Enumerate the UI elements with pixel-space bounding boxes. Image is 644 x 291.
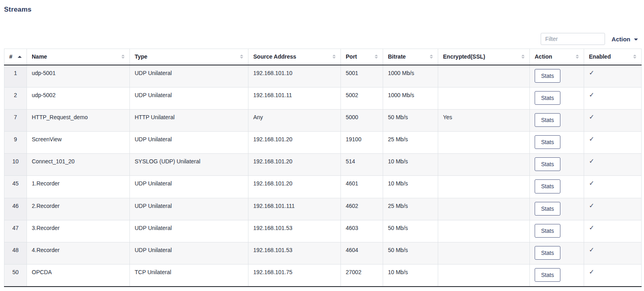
check-icon: ✓	[589, 114, 594, 120]
stats-button[interactable]: Stats	[535, 91, 560, 105]
sort-icon	[576, 55, 579, 59]
stats-button[interactable]: Stats	[535, 157, 560, 171]
stats-button[interactable]: Stats	[535, 69, 560, 83]
column-header-inner: Action	[535, 53, 579, 60]
column-header-inner: Encrypted(SSL)	[443, 53, 525, 60]
table-row: 484.RecorderUDP Unilateral192.168.101.53…	[4, 242, 642, 265]
cell-name: udp-5001	[27, 65, 130, 88]
check-icon: ✓	[589, 246, 594, 253]
sort-icon	[430, 55, 433, 59]
cell-enabled: ✓	[584, 265, 642, 287]
sort-icon	[332, 55, 336, 59]
cell-bitrate: 10 Mb/s	[383, 176, 438, 198]
sort-up-arrow	[633, 55, 636, 56]
cell-name: HTTP_Request_demo	[27, 109, 130, 131]
cell-type: HTTP Unilateral	[130, 109, 248, 131]
column-header-label: #	[9, 53, 12, 60]
stats-button[interactable]: Stats	[535, 135, 560, 149]
table-panel: Action #NameTypeSource AddressPortBitrat…	[4, 33, 641, 287]
cell-name: 4.Recorder	[27, 242, 130, 265]
filter-input[interactable]	[541, 33, 605, 45]
cell-type: UDP Unilateral	[130, 220, 248, 242]
column-header-port[interactable]: Port	[341, 49, 383, 65]
streams-table: #NameTypeSource AddressPortBitrateEncryp…	[4, 49, 642, 287]
sort-down-arrow	[633, 57, 636, 59]
sort-down-arrow	[375, 57, 378, 59]
column-header-source[interactable]: Source Address	[248, 49, 341, 65]
table-row: 9ScreenViewUDP Unilateral192.168.101.201…	[4, 132, 642, 154]
cell-enabled: ✓	[584, 154, 642, 176]
table-row: 473.RecorderUDP Unilateral192.168.101.53…	[4, 220, 642, 242]
cell-source: 192.168.101.20	[248, 154, 341, 176]
cell-enabled: ✓	[584, 242, 642, 265]
column-header-action[interactable]: Action	[530, 49, 584, 65]
check-icon: ✓	[589, 69, 594, 76]
column-header-inner: Bitrate	[388, 53, 433, 60]
stats-button[interactable]: Stats	[535, 224, 560, 238]
table-body: 1udp-5001UDP Unilateral192.168.101.10500…	[4, 65, 642, 287]
cell-encrypted	[438, 65, 530, 88]
sort-up-arrow	[240, 55, 243, 56]
stats-button[interactable]: Stats	[535, 179, 560, 193]
check-icon: ✓	[589, 202, 594, 209]
column-header-label: Encrypted(SSL)	[443, 53, 485, 60]
cell-encrypted	[438, 176, 530, 198]
row-number-cell: 48	[4, 242, 27, 265]
cell-enabled: ✓	[584, 109, 642, 131]
column-header-name[interactable]: Name	[27, 49, 130, 65]
cell-encrypted	[438, 132, 530, 154]
cell-port: 4602	[341, 198, 383, 220]
cell-source: 192.168.101.111	[248, 198, 341, 220]
column-header-encrypted[interactable]: Encrypted(SSL)	[438, 49, 530, 65]
table-row: 2udp-5002UDP Unilateral192.168.101.11500…	[4, 87, 642, 109]
table-header-row: #NameTypeSource AddressPortBitrateEncryp…	[4, 49, 642, 65]
cell-type: TCP Unilateral	[130, 265, 248, 287]
column-header-bitrate[interactable]: Bitrate	[383, 49, 438, 65]
cell-name: 3.Recorder	[27, 220, 130, 242]
cell-encrypted	[438, 87, 530, 109]
row-number-cell: 2	[4, 87, 27, 109]
cell-bitrate: 10 Mb/s	[383, 265, 438, 287]
cell-bitrate: 1000 Mb/s	[383, 65, 438, 88]
cell-encrypted: Yes	[438, 109, 530, 131]
cell-bitrate: 50 Mb/s	[383, 242, 438, 265]
column-header-type[interactable]: Type	[130, 49, 248, 65]
column-header-label: Bitrate	[388, 53, 406, 60]
column-header-inner: Port	[346, 53, 378, 60]
cell-source: 192.168.101.20	[248, 132, 341, 154]
sort-up-arrow	[430, 55, 433, 56]
cell-port: 5000	[341, 109, 383, 131]
stats-button[interactable]: Stats	[535, 246, 560, 260]
cell-type: UDP Unilateral	[130, 176, 248, 198]
cell-name: udp-5002	[27, 87, 130, 109]
cell-encrypted	[438, 154, 530, 176]
action-dropdown[interactable]: Action	[611, 36, 638, 43]
cell-type: UDP Unilateral	[130, 132, 248, 154]
column-header-label: Action	[535, 53, 552, 60]
check-icon: ✓	[589, 92, 594, 98]
cell-name: ScreenView	[27, 132, 130, 154]
cell-action: Stats	[530, 132, 584, 154]
row-number-cell: 1	[4, 65, 27, 88]
check-icon: ✓	[589, 136, 594, 142]
cell-action: Stats	[530, 176, 584, 198]
stats-button[interactable]: Stats	[535, 202, 560, 216]
stats-button[interactable]: Stats	[535, 268, 560, 282]
column-header-num[interactable]: #	[4, 49, 27, 65]
table-row: 1udp-5001UDP Unilateral192.168.101.10500…	[4, 65, 642, 88]
cell-enabled: ✓	[584, 176, 642, 198]
cell-port: 27002	[341, 265, 383, 287]
check-icon: ✓	[589, 158, 594, 165]
sort-up-arrow	[576, 55, 579, 56]
cell-type: UDP Unilateral	[130, 65, 248, 88]
column-header-inner: Type	[135, 53, 243, 60]
chevron-down-icon	[634, 39, 638, 41]
column-header-enabled[interactable]: Enabled	[584, 49, 642, 65]
stats-button[interactable]: Stats	[535, 113, 560, 127]
column-header-inner: Enabled	[589, 53, 636, 60]
streams-page: Streams Action #NameTypeSource AddressPo…	[0, 0, 644, 287]
cell-encrypted	[438, 242, 530, 265]
table-row: 10Connect_101_20SYSLOG (UDP) Unilateral1…	[4, 154, 642, 176]
sort-icon	[375, 55, 378, 59]
cell-port: 4603	[341, 220, 383, 242]
